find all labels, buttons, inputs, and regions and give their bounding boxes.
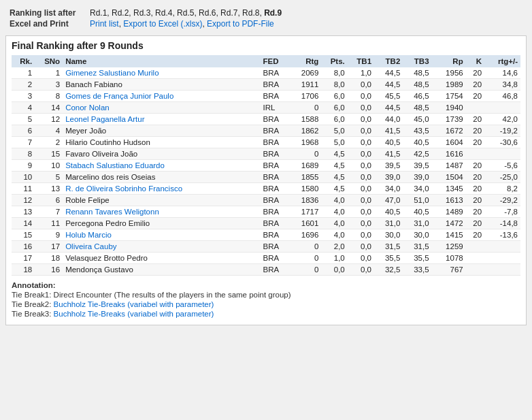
tb3-link[interactable]: Buchholz Tie-Breaks (variabel with param…: [54, 310, 214, 318]
player-name: Percegona Pedro Emilio: [65, 219, 150, 227]
cell-k: 20: [466, 125, 484, 137]
cell-tb1: 0,0: [348, 114, 374, 125]
cell-pts: 4,5: [321, 148, 347, 160]
cell-pts: 4,5: [321, 172, 347, 183]
col-header-tb3: TB3: [403, 55, 431, 67]
cell-rtg: 1689: [289, 160, 322, 172]
cell-pts: 4,0: [321, 206, 347, 218]
table-row: 8 15 Favaro Oliveira João BRA 0 4,5 0,0 …: [12, 148, 520, 160]
cell-rtgdiff: -13,6: [484, 229, 520, 241]
col-header-tb2: TB2: [374, 55, 403, 67]
cell-tb1: 0,0: [348, 264, 374, 276]
cell-rp: 1754: [432, 91, 466, 102]
player-name-link[interactable]: Oliveira Cauby: [65, 242, 116, 251]
player-name-link[interactable]: Holub Marcio: [65, 231, 112, 239]
cell-tb3: 31,5: [403, 241, 431, 253]
export-excel-link[interactable]: Export to Excel (.xlsx): [123, 19, 202, 29]
cell-rk: 2: [12, 79, 35, 91]
player-name-link[interactable]: Gomes de França Junior Paulo: [65, 92, 173, 100]
cell-tb3: 31,0: [403, 218, 431, 229]
cell-sno: 18: [35, 253, 63, 264]
cell-rtgdiff: [484, 148, 520, 160]
cell-tb3: 39,0: [403, 172, 431, 183]
cell-rp: 1345: [432, 183, 466, 195]
cell-sno: 12: [35, 114, 63, 125]
cell-tb1: 0,0: [348, 229, 374, 241]
cell-fed: BRA: [261, 253, 289, 264]
player-name-link[interactable]: Renann Tavares Weligtonn: [65, 208, 159, 216]
cell-rtgdiff: -25,0: [484, 172, 520, 183]
table-row: 6 4 Meyer João BRA 1862 5,0 0,0 41,5 43,…: [12, 125, 520, 137]
cell-tb2: 30,0: [374, 229, 403, 241]
player-name-link[interactable]: Stabach Salustiano Eduardo: [65, 161, 165, 169]
cell-rk: 15: [12, 229, 35, 241]
table-row: 14 11 Percegona Pedro Emilio BRA 1601 4,…: [12, 218, 520, 229]
cell-sno: 6: [35, 195, 63, 206]
cell-tb1: 0,0: [348, 125, 374, 137]
cell-tb1: 0,0: [348, 183, 374, 195]
panel-title: Final Ranking after 9 Rounds: [12, 40, 520, 51]
cell-fed: BRA: [261, 137, 289, 148]
cell-tb1: 0,0: [348, 206, 374, 218]
player-name-link[interactable]: Conor Nolan: [65, 103, 110, 112]
cell-k: [466, 241, 484, 253]
table-row: 13 7 Renann Tavares Weligtonn BRA 1717 4…: [12, 206, 520, 218]
cell-tb1: 0,0: [348, 137, 374, 148]
cell-sno: 16: [35, 264, 63, 276]
cell-rk: 8: [12, 148, 35, 160]
table-row: 5 12 Leonel Paganella Artur BRA 1588 6,0…: [12, 114, 520, 125]
cell-rp: 1487: [432, 160, 466, 172]
cell-rtgdiff: -7,8: [484, 206, 520, 218]
cell-rtgdiff: -5,6: [484, 160, 520, 172]
cell-rk: 7: [12, 137, 35, 148]
cell-fed: BRA: [261, 114, 289, 125]
cell-tb3: 42,5: [403, 148, 431, 160]
cell-rp: 1739: [432, 114, 466, 125]
cell-k: [466, 102, 484, 114]
cell-tb2: 40,5: [374, 206, 403, 218]
player-name-link[interactable]: R. de Oliveira Sobrinho Francisco: [65, 184, 182, 193]
tb2-link[interactable]: Buchholz Tie-Breaks (variabel with param…: [54, 300, 214, 308]
cell-tb3: 40,5: [403, 206, 431, 218]
table-row: 3 8 Gomes de França Junior Paulo BRA 170…: [12, 91, 520, 102]
cell-k: 20: [466, 229, 484, 241]
cell-sno: 9: [35, 229, 63, 241]
cell-k: 20: [466, 172, 484, 183]
cell-name: Percegona Pedro Emilio: [63, 218, 260, 229]
cell-fed: BRA: [261, 264, 289, 276]
cell-name: Oliveira Cauby: [63, 241, 260, 253]
table-row: 17 18 Velasquez Brotto Pedro BRA 0 1,0 0…: [12, 253, 520, 264]
cell-k: 20: [466, 160, 484, 172]
col-header-name: Name: [63, 55, 260, 67]
cell-rtgdiff: 14,6: [484, 67, 520, 79]
cell-rtg: 0: [289, 102, 322, 114]
cell-rp: 1259: [432, 241, 466, 253]
cell-tb1: 1,0: [348, 67, 374, 79]
cell-fed: BRA: [261, 125, 289, 137]
cell-tb3: 30,0: [403, 229, 431, 241]
player-name: Roble Felipe: [65, 196, 110, 204]
cell-tb2: 44,5: [374, 79, 403, 91]
cell-rk: 18: [12, 264, 35, 276]
annotation-line-2: Tie Break2: Buchholz Tie-Breaks (variabe…: [12, 300, 520, 308]
cell-tb1: 0,0: [348, 218, 374, 229]
cell-rp: 1956: [432, 67, 466, 79]
cell-tb2: 41,5: [374, 125, 403, 137]
cell-name: Marcelino dos reis Oseias: [63, 172, 260, 183]
cell-rtgdiff: -29,2: [484, 195, 520, 206]
player-name-link[interactable]: Gimenez Salustiano Murilo: [65, 69, 159, 77]
cell-pts: 0,0: [321, 264, 347, 276]
cell-tb1: 0,0: [348, 172, 374, 183]
col-header-rtg: Rtg: [289, 55, 322, 67]
cell-k: 20: [466, 67, 484, 79]
cell-k: [466, 264, 484, 276]
cell-rtgdiff: [484, 102, 520, 114]
cell-pts: 8,0: [321, 67, 347, 79]
print-link[interactable]: Print list: [90, 19, 119, 29]
export-pdf-link[interactable]: Export to PDF-File: [207, 19, 274, 29]
cell-name: Holub Marcio: [63, 229, 260, 241]
cell-rtg: 1696: [289, 229, 322, 241]
player-name-link[interactable]: Leonel Paganella Artur: [65, 115, 144, 123]
cell-pts: 4,0: [321, 195, 347, 206]
cell-tb1: 0,0: [348, 102, 374, 114]
